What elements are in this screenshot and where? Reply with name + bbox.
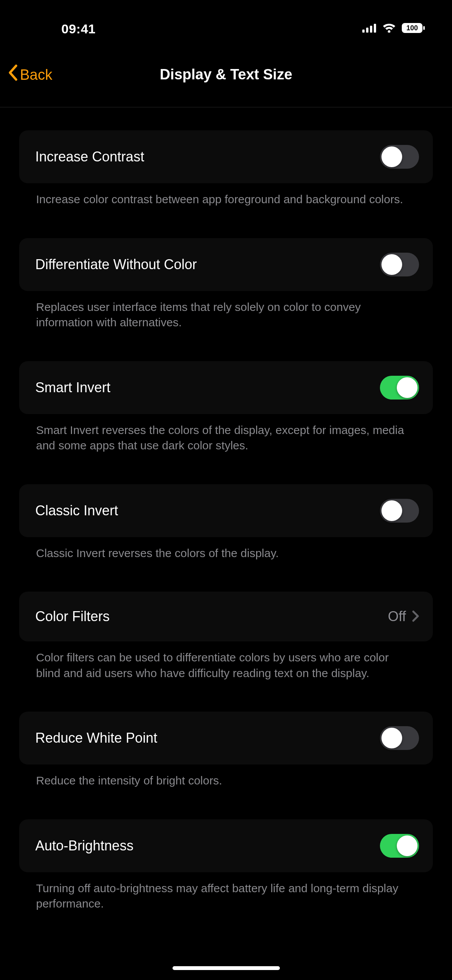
setting-label: Increase Contrast	[35, 149, 144, 165]
setting-label: Reduce White Point	[35, 730, 157, 746]
battery-icon: 100	[401, 23, 425, 35]
classic-invert-row[interactable]: Classic Invert	[19, 484, 433, 537]
setting-description: Smart Invert reverses the colors of the …	[19, 414, 433, 454]
smart-invert-row[interactable]: Smart Invert	[19, 361, 433, 414]
setting-label: Color Filters	[35, 608, 110, 625]
svg-point-4	[388, 30, 390, 33]
classic-invert-toggle[interactable]	[380, 499, 419, 523]
chevron-left-icon	[8, 64, 18, 85]
settings-list: Increase Contrast Increase color contras…	[0, 107, 452, 912]
setting-label: Classic Invert	[35, 503, 118, 519]
home-indicator[interactable]	[173, 966, 280, 970]
setting-description: Turning off auto-brightness may affect b…	[19, 872, 433, 912]
status-bar: 09:41 100	[0, 0, 452, 42]
status-indicators: 100	[362, 23, 425, 35]
setting-description: Reduce the intensity of bright colors.	[19, 765, 433, 789]
setting-description: Increase color contrast between app fore…	[19, 183, 433, 207]
nav-bar: Back Display & Text Size	[0, 42, 452, 107]
setting-description: Classic Invert reverses the colors of th…	[19, 537, 433, 561]
svg-rect-1	[366, 28, 368, 33]
setting-label: Auto-Brightness	[35, 838, 133, 854]
smart-invert-toggle[interactable]	[380, 376, 419, 400]
increase-contrast-toggle[interactable]	[380, 145, 419, 169]
svg-rect-6	[423, 26, 425, 30]
increase-contrast-row[interactable]: Increase Contrast	[19, 130, 433, 183]
svg-text:100: 100	[406, 24, 418, 32]
auto-brightness-toggle[interactable]	[380, 834, 419, 858]
differentiate-without-color-row[interactable]: Differentiate Without Color	[19, 238, 433, 291]
setting-description: Replaces user interface items that rely …	[19, 291, 433, 331]
color-filters-row[interactable]: Color Filters Off	[19, 592, 433, 641]
page-title: Display & Text Size	[160, 66, 293, 83]
back-button[interactable]: Back	[8, 64, 52, 85]
setting-label: Smart Invert	[35, 380, 110, 396]
status-time: 09:41	[61, 21, 95, 36]
color-filters-value: Off	[388, 608, 406, 625]
svg-rect-0	[362, 30, 365, 33]
wifi-icon	[382, 23, 396, 35]
auto-brightness-row[interactable]: Auto-Brightness	[19, 819, 433, 872]
back-label: Back	[20, 66, 52, 83]
reduce-white-point-toggle[interactable]	[380, 726, 419, 750]
differentiate-without-color-toggle[interactable]	[380, 253, 419, 276]
svg-rect-3	[374, 24, 376, 33]
chevron-right-icon	[412, 608, 419, 625]
svg-rect-2	[370, 26, 372, 33]
setting-label: Differentiate Without Color	[35, 257, 197, 273]
setting-description: Color filters can be used to differentia…	[19, 641, 433, 681]
reduce-white-point-row[interactable]: Reduce White Point	[19, 712, 433, 765]
cellular-icon	[362, 23, 377, 34]
